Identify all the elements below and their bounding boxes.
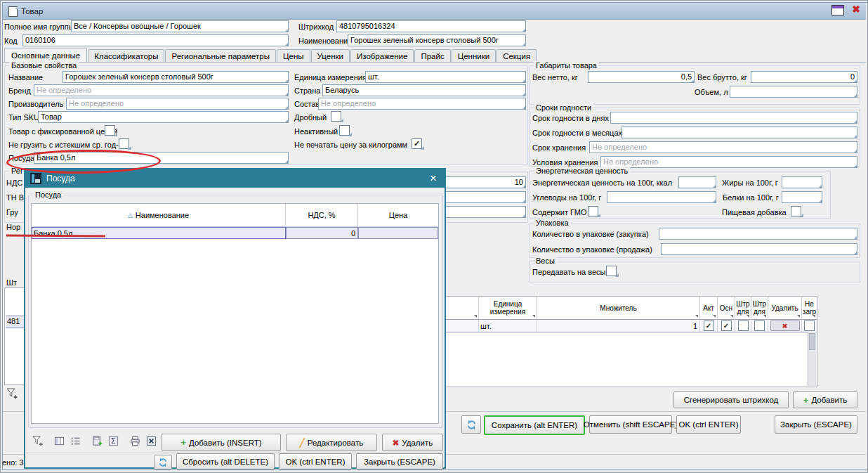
cell-price[interactable] — [358, 227, 438, 239]
close-button[interactable]: Закрыть (ESCAPE) — [775, 415, 857, 434]
fat-field[interactable] — [782, 176, 822, 188]
tab-image[interactable]: Изображение — [350, 49, 414, 62]
col-vat[interactable]: НДС, % — [286, 204, 358, 226]
cell-name[interactable]: Банка 0,5л — [32, 227, 286, 239]
tab-price-tags[interactable]: Ценники — [452, 49, 496, 62]
col-shtr2[interactable]: Штр для — [751, 297, 768, 320]
dialog-table-row[interactable]: Банка 0,5л 0 — [32, 227, 438, 239]
no-load-expired-checkbox[interactable] — [119, 138, 129, 149]
inactive-checkbox[interactable] — [339, 125, 350, 136]
volume-field[interactable] — [730, 86, 857, 98]
dialog-delete-button[interactable]: ✖Удалить — [382, 434, 443, 451]
product-name-field[interactable]: Горошек зеленый консерв столовый 500г — [63, 71, 289, 83]
shelf-months-field[interactable] — [622, 127, 857, 138]
main-checkbox[interactable]: ✓ — [721, 320, 732, 331]
maximize-icon[interactable] — [831, 5, 844, 15]
tab-price-list[interactable]: Прайс — [414, 49, 450, 62]
unit-field[interactable]: шт. — [365, 71, 526, 83]
unit-label: Единица измерения — [294, 73, 367, 82]
col-multiplier[interactable]: Множитель — [537, 297, 700, 320]
no-load-expired-label: Не грузить с истекшим ср. год-ти — [8, 141, 126, 149]
col-not-loaded[interactable]: Не загр — [802, 297, 817, 320]
document-icon — [8, 6, 18, 17]
col-price[interactable]: Цена — [358, 204, 438, 226]
col-delete[interactable]: Удалить — [768, 297, 802, 320]
composition-field[interactable]: Не определено — [318, 98, 526, 110]
dialog-table-header: △Наименование НДС, % Цена — [32, 204, 438, 227]
shtr2-checkbox[interactable] — [754, 320, 765, 331]
col-active[interactable]: Акт — [700, 297, 718, 320]
sum-icon[interactable]: Σ — [107, 435, 119, 447]
brand-field[interactable]: Не определено — [34, 84, 289, 96]
dialog-edit-button[interactable]: ╱Редактировать — [286, 434, 377, 451]
tab-prices[interactable]: Цены — [277, 49, 310, 62]
barcode-table-row[interactable]: шт. 1 ✓ ✓ ✖ — [442, 320, 817, 332]
name-field[interactable]: Горошек зеленый консерв столовый 500г — [348, 34, 526, 46]
cell-vat[interactable]: 0 — [286, 227, 358, 239]
cell-unit[interactable]: шт. — [479, 320, 537, 332]
check-mark: ✓ — [414, 140, 420, 148]
table-scrollbar[interactable] — [808, 332, 816, 386]
active-checkbox[interactable]: ✓ — [704, 320, 714, 331]
gross-weight-field[interactable]: 0 — [751, 71, 857, 83]
filter-icon[interactable] — [6, 388, 18, 399]
shtr1-checkbox[interactable] — [738, 320, 749, 331]
dialog-add-button[interactable]: +Добавить (INSERT) — [162, 434, 281, 451]
generate-barcode-button[interactable]: Сгенерировать штрихкод — [673, 391, 789, 408]
country-field[interactable]: Беларусь — [322, 84, 526, 96]
protein-field[interactable] — [782, 191, 822, 203]
print-icon[interactable] — [129, 435, 141, 447]
plus-icon: + — [803, 395, 809, 406]
send-to-scales-checkbox[interactable] — [606, 266, 617, 276]
fixed-price-checkbox[interactable] — [105, 125, 115, 136]
barcode-field[interactable]: 4810795016324 — [336, 20, 526, 32]
pack-sale-label: Количество в упаковке (продажа) — [532, 245, 652, 254]
close-icon[interactable]: ✖ — [849, 3, 863, 15]
numbered-list-icon[interactable] — [69, 435, 81, 447]
gmo-checkbox[interactable] — [588, 206, 598, 216]
export-excel-icon[interactable] — [145, 435, 157, 447]
full-group-field[interactable]: Все / Консервы овощные / Горошек — [71, 20, 289, 32]
dialog-ok-button[interactable]: OK (ctrl ENTER) — [279, 453, 352, 469]
no-kg-price-checkbox[interactable]: ✓ — [412, 138, 422, 149]
tab-section[interactable]: Секция — [497, 49, 537, 62]
tab-regional[interactable]: Региональные параметры — [165, 49, 276, 62]
filter-icon[interactable] — [31, 435, 44, 447]
col-unit[interactable]: Единица измерения — [479, 297, 537, 320]
storage-period-field[interactable]: Не определено — [589, 141, 857, 153]
dialog-reset-button[interactable]: Сбросить (alt DELETE) — [176, 453, 275, 469]
carb-field[interactable] — [607, 191, 716, 203]
tab-main-data[interactable]: Основные данные — [4, 48, 87, 62]
save-button[interactable]: Сохранить (alt ENTER) — [484, 415, 585, 435]
col-shtr1[interactable]: Штр для — [735, 297, 751, 320]
columns-icon[interactable] — [53, 435, 65, 447]
delete-row-button[interactable]: ✖ — [770, 320, 800, 331]
dialog-close-button[interactable]: Закрыть (ESCAPE) — [356, 453, 443, 469]
not-loaded-checkbox[interactable] — [804, 320, 815, 331]
cell-barcode-cut[interactable] — [442, 320, 479, 332]
dialog-refresh-button[interactable] — [154, 455, 172, 469]
code-field[interactable]: 0160106 — [22, 34, 289, 46]
add-barcode-button[interactable]: +Добавить — [793, 391, 857, 408]
col-barcode-cut[interactable] — [442, 297, 479, 320]
calculator-icon[interactable] — [91, 435, 103, 447]
tab-markdowns[interactable]: Уценки — [311, 49, 350, 62]
col-main[interactable]: Осн — [718, 297, 735, 320]
fractional-checkbox[interactable] — [331, 111, 341, 122]
cell-multiplier[interactable]: 1 — [537, 320, 700, 332]
storage-conditions-field[interactable]: Не определено — [600, 156, 857, 168]
tab-classifiers[interactable]: Классификаторы — [88, 49, 164, 62]
dialog-close-icon[interactable]: × — [426, 171, 441, 186]
kcal-field[interactable] — [678, 176, 716, 188]
pack-sale-field[interactable] — [661, 243, 857, 255]
refresh-button[interactable] — [461, 415, 481, 434]
net-weight-field[interactable]: 0,5 — [588, 71, 695, 83]
additive-checkbox[interactable] — [791, 206, 801, 216]
manufacturer-field[interactable]: Не определено — [66, 98, 289, 110]
shelf-days-field[interactable] — [610, 112, 857, 124]
pack-purchase-field[interactable] — [659, 228, 857, 240]
cancel-button[interactable]: Отменить (shift ESCAPE) — [589, 415, 672, 434]
ok-button[interactable]: OK (ctrl ENTER) — [676, 415, 741, 434]
sku-type-field[interactable]: Товар — [38, 111, 289, 123]
col-name[interactable]: △Наименование — [32, 204, 286, 226]
